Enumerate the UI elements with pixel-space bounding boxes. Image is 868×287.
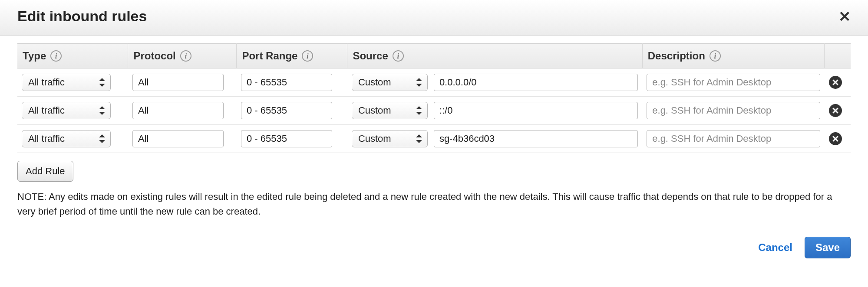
table-header-row: Typei Protocoli Port Rangei Sourcei Desc… [17,44,851,68]
info-icon[interactable]: i [302,50,313,62]
chevron-updown-icon [99,106,105,115]
col-header-description: Descriptioni [642,44,825,68]
col-header-source: Sourcei [347,44,642,68]
source-mode-value: Custom [358,77,391,88]
description-input[interactable] [647,74,820,91]
source-input[interactable] [434,102,638,119]
modal-title: Edit inbound rules [17,8,147,25]
col-header-description-label: Description [648,50,705,62]
close-icon[interactable]: ✕ [838,9,851,24]
modal-body: Typei Protocoli Port Rangei Sourcei Desc… [0,43,868,227]
protocol-input[interactable] [132,74,224,91]
rules-table: Typei Protocoli Port Rangei Sourcei Desc… [17,43,851,153]
source-mode-select[interactable]: Custom [352,74,428,91]
col-header-type: Typei [17,44,128,68]
source-mode-value: Custom [358,105,391,116]
type-select[interactable]: All traffic [22,74,111,91]
delete-rule-button[interactable] [829,104,842,117]
col-header-source-label: Source [353,50,388,62]
close-icon [832,79,839,86]
add-rule-button[interactable]: Add Rule [17,161,73,182]
source-input[interactable] [434,74,638,91]
type-select[interactable]: All traffic [22,130,111,147]
description-input[interactable] [647,130,820,147]
save-button[interactable]: Save [805,237,851,258]
chevron-updown-icon [99,78,105,87]
type-select-value: All traffic [28,77,65,88]
below-table-area: Add Rule NOTE: Any edits made on existin… [17,153,851,227]
close-icon [832,107,839,114]
port-range-input[interactable] [241,74,332,91]
chevron-updown-icon [416,106,422,115]
type-select-value: All traffic [28,133,65,144]
source-input[interactable] [434,130,638,147]
table-row: All trafficCustom [17,68,851,97]
source-mode-select[interactable]: Custom [352,102,428,119]
info-icon[interactable]: i [50,50,62,62]
col-header-type-label: Type [23,50,46,62]
chevron-updown-icon [99,134,105,143]
info-icon[interactable]: i [180,50,191,62]
table-row: All trafficCustom [17,125,851,153]
cancel-button[interactable]: Cancel [758,241,792,254]
modal-header: Edit inbound rules ✕ [0,0,868,36]
note-text: NOTE: Any edits made on existing rules w… [17,189,851,227]
chevron-updown-icon [416,134,422,143]
protocol-input[interactable] [132,102,224,119]
source-mode-value: Custom [358,133,391,144]
delete-rule-button[interactable] [829,132,842,145]
modal-footer: Cancel Save [0,227,868,268]
source-mode-select[interactable]: Custom [352,130,428,147]
delete-rule-button[interactable] [829,76,842,89]
type-select-value: All traffic [28,105,65,116]
description-input[interactable] [647,102,820,119]
col-header-port-range: Port Rangei [237,44,347,68]
close-icon [832,135,839,142]
col-header-protocol: Protocoli [128,44,237,68]
info-icon[interactable]: i [393,50,404,62]
col-header-port-range-label: Port Range [242,50,297,62]
col-header-delete [825,44,851,68]
type-select[interactable]: All traffic [22,102,111,119]
edit-inbound-rules-modal: Edit inbound rules ✕ Typei Protocoli Por… [0,0,868,268]
info-icon[interactable]: i [710,50,721,62]
port-range-input[interactable] [241,102,332,119]
protocol-input[interactable] [132,130,224,147]
table-row: All trafficCustom [17,97,851,125]
col-header-protocol-label: Protocol [133,50,175,62]
port-range-input[interactable] [241,130,332,147]
chevron-updown-icon [416,78,422,87]
